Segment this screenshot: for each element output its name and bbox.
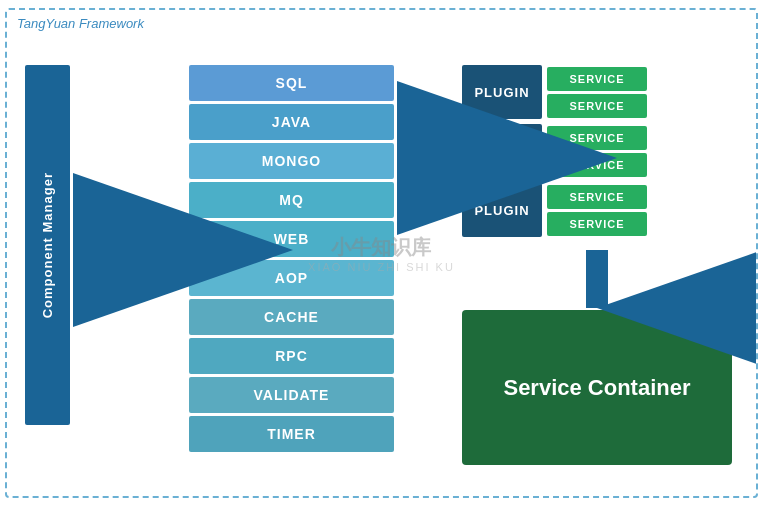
module-mq: MQ bbox=[189, 182, 394, 218]
services-col-0: SERVICESERVICE bbox=[547, 67, 647, 118]
service-container: Service Container bbox=[462, 310, 732, 465]
module-timer: TIMER bbox=[189, 416, 394, 452]
service-box-2-0: SERVICE bbox=[547, 185, 647, 209]
services-col-2: SERVICESERVICE bbox=[547, 185, 647, 236]
plugin-row-0: PLUGINSERVICESERVICE bbox=[462, 65, 732, 119]
module-mongo: MONGO bbox=[189, 143, 394, 179]
service-box-0-0: SERVICE bbox=[547, 67, 647, 91]
service-container-label: Service Container bbox=[503, 375, 690, 401]
module-cache: CACHE bbox=[189, 299, 394, 335]
module-validate: VALIDATE bbox=[189, 377, 394, 413]
outer-frame: TangYuan Framework Component Manager SQL… bbox=[5, 8, 758, 498]
services-col-1: SERVICESERVICE bbox=[547, 126, 647, 177]
plugin-box-0: PLUGIN bbox=[462, 65, 542, 119]
framework-title: TangYuan Framework bbox=[17, 16, 144, 31]
plugin-box-2: PLUGIN bbox=[462, 183, 542, 237]
service-box-0-1: SERVICE bbox=[547, 94, 647, 118]
plugin-row-2: PLUGINSERVICESERVICE bbox=[462, 183, 732, 237]
module-rpc: RPC bbox=[189, 338, 394, 374]
service-box-1-0: SERVICE bbox=[547, 126, 647, 150]
modules-stack: SQLJAVAMONGOMQWEBAOPCACHERPCVALIDATETIME… bbox=[189, 65, 394, 452]
module-java: JAVA bbox=[189, 104, 394, 140]
module-web: WEB bbox=[189, 221, 394, 257]
module-aop: AOP bbox=[189, 260, 394, 296]
component-manager-bar: Component Manager bbox=[25, 65, 70, 425]
plugins-section: PLUGINSERVICESERVICEPLUGINSERVICESERVICE… bbox=[462, 65, 732, 242]
service-box-2-1: SERVICE bbox=[547, 212, 647, 236]
service-box-1-1: SERVICE bbox=[547, 153, 647, 177]
component-manager-label: Component Manager bbox=[40, 172, 55, 318]
plugin-row-1: PLUGINSERVICESERVICE bbox=[462, 124, 732, 178]
plugin-box-1: PLUGIN bbox=[462, 124, 542, 178]
module-sql: SQL bbox=[189, 65, 394, 101]
